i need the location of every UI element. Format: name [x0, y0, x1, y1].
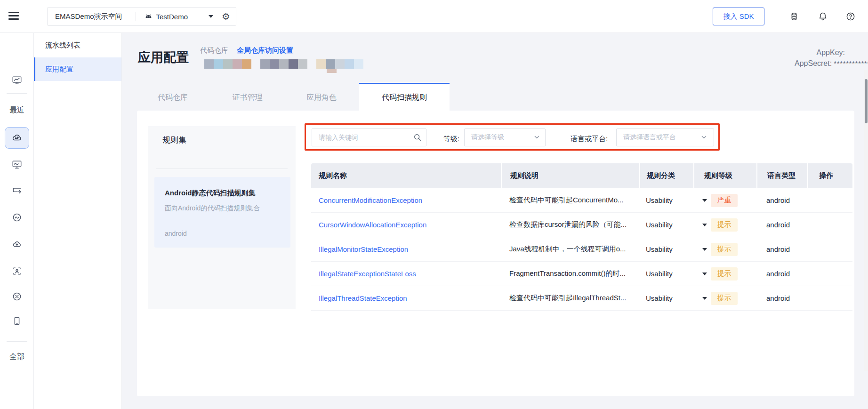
- language-type: android: [756, 245, 807, 253]
- censored-thumbnail: [316, 59, 363, 69]
- notifications-bell-icon[interactable]: [818, 11, 828, 22]
- chevron-down-icon: [534, 132, 539, 136]
- sidebar-item-mobile-devops-active[interactable]: [5, 127, 29, 149]
- level-dropdown-caret[interactable]: [702, 248, 707, 251]
- divider: [156, 168, 288, 169]
- level-badge[interactable]: 提示: [711, 292, 738, 305]
- cloud-upload-icon[interactable]: [12, 239, 22, 249]
- help-icon[interactable]: [845, 11, 856, 22]
- level-badge[interactable]: 提示: [711, 243, 738, 256]
- table-header-row: 规则名称 规则说明 规则分类 规则等级 语言类型 操作: [311, 163, 852, 188]
- table-row: IllegalStateExceptionStateLoss FragmentT…: [311, 262, 852, 286]
- censored-thumbnail: [260, 59, 307, 69]
- divider: [136, 12, 136, 21]
- rule-description: 检查代码中可能引起IllegalThreadSt...: [501, 294, 639, 303]
- table-row: CursorWindowAllocationException 检查数据库cur…: [311, 213, 852, 237]
- col-actions: 操作: [807, 163, 852, 188]
- gear-icon[interactable]: ⚙: [222, 12, 230, 21]
- level-dropdown-caret[interactable]: [702, 273, 707, 275]
- billing-coins-icon[interactable]: [789, 11, 799, 22]
- sidebar-item-app-config[interactable]: 应用配置: [34, 57, 121, 81]
- language-filter-label: 语言或平台:: [571, 135, 608, 144]
- chevron-down-icon[interactable]: [209, 15, 213, 18]
- censored-thumbnail: [204, 59, 251, 69]
- col-language-type: 语言类型: [756, 163, 807, 188]
- rule-name-link[interactable]: IllegalStateExceptionStateLoss: [319, 270, 416, 278]
- pipeline-icon[interactable]: [12, 186, 22, 196]
- rule-description: 检查数据库cursor泄漏的风险（可能...: [501, 220, 639, 229]
- rule-category: Usability: [639, 245, 693, 253]
- ruleset-platform-tag: android: [165, 230, 187, 237]
- rule-category: Usability: [639, 270, 693, 278]
- sdk-access-button[interactable]: 接入 SDK: [713, 8, 764, 25]
- monitor-stats-icon[interactable]: [12, 160, 22, 170]
- col-rule-name: 规则名称: [311, 163, 501, 188]
- tab-app-roles[interactable]: 应用角色: [293, 93, 350, 103]
- level-badge[interactable]: 严重: [711, 194, 738, 207]
- level-badge[interactable]: 提示: [711, 267, 738, 281]
- search-icon[interactable]: [413, 133, 422, 142]
- table-row: IllegalMonitorStateException Java线程机制中，一…: [311, 237, 852, 262]
- rule-name-link[interactable]: ConcurrentModificationException: [319, 196, 422, 204]
- col-rule-category: 规则分类: [639, 163, 693, 188]
- search-input[interactable]: [312, 128, 426, 146]
- workspace-name: EMASDemo演示空间: [55, 12, 122, 21]
- language-select[interactable]: 请选择语言或平台: [616, 128, 714, 146]
- col-rule-desc: 规则说明: [501, 163, 639, 188]
- mobius-circle-icon[interactable]: [12, 212, 22, 223]
- ruleset-name: Android静态代码扫描规则集: [165, 189, 256, 198]
- level-filter-label: 等级:: [443, 135, 459, 144]
- divider: [7, 93, 27, 94]
- vertical-scrollbar: [864, 70, 868, 371]
- rule-name-link[interactable]: IllegalMonitorStateException: [319, 245, 408, 253]
- crumb-code-repo[interactable]: 代码仓库: [200, 46, 228, 55]
- tab-cert-management[interactable]: 证书管理: [219, 93, 276, 103]
- rule-name-link[interactable]: IllegalThreadStateException: [319, 294, 407, 302]
- mobile-phone-icon[interactable]: [12, 316, 22, 326]
- level-badge[interactable]: 提示: [711, 218, 738, 232]
- table-row: IllegalThreadStateException 检查代码中可能引起Ill…: [311, 286, 852, 311]
- recent-label: 最近: [0, 105, 34, 115]
- ruleset-panel: 规则集 Android静态代码扫描规则集 面向Android的代码扫描规则集合 …: [148, 126, 296, 309]
- language-type: android: [756, 221, 807, 229]
- level-select[interactable]: 请选择等级: [464, 128, 546, 146]
- level-dropdown-caret[interactable]: [702, 297, 707, 300]
- main-content-card: 规则集 Android静态代码扫描规则集 面向Android的代码扫描规则集合 …: [137, 111, 854, 396]
- top-bar: EMASDemo演示空间 TestDemo ⚙ 接入 SDK: [0, 0, 868, 33]
- chevron-down-icon: [701, 132, 707, 136]
- scrollbar-thumb[interactable]: [865, 79, 868, 123]
- level-dropdown-caret[interactable]: [702, 199, 707, 202]
- table-row: ConcurrentModificationException 检查代码中可能引…: [311, 188, 852, 213]
- workspace-app-selector[interactable]: EMASDemo演示空间 TestDemo ⚙: [47, 7, 236, 26]
- rule-description: 检查代码中可能引起ConcurrentMo...: [501, 196, 639, 205]
- secondary-sidebar: 流水线列表 应用配置: [34, 33, 122, 409]
- page-title: 应用配置: [138, 49, 189, 66]
- ruleset-description: 面向Android的代码扫描规则集合: [165, 204, 260, 213]
- app-name: TestDemo: [156, 13, 188, 21]
- tab-code-repo[interactable]: 代码仓库: [145, 93, 201, 103]
- level-dropdown-caret[interactable]: [702, 224, 707, 226]
- menu-icon[interactable]: [8, 12, 19, 20]
- language-type: android: [756, 196, 807, 204]
- rule-category: Usability: [639, 294, 693, 302]
- sidebar-item-pipeline-list[interactable]: 流水线列表: [34, 33, 121, 57]
- filter-bar-annotation: 等级: 请选择等级 语言或平台: 请选择语言或平台: [305, 123, 720, 151]
- android-icon: [144, 12, 153, 21]
- tab-code-scan-rules-active[interactable]: 代码扫描规则: [359, 83, 450, 111]
- appsecret-value: AppSecret: ********************: [795, 59, 868, 68]
- rule-description: Java线程机制中，一个线程可调用o...: [501, 245, 639, 254]
- rule-description: FragmentTransaction.commit()的时...: [501, 269, 639, 278]
- rule-category: Usability: [639, 196, 693, 204]
- user-card-icon[interactable]: [12, 266, 22, 276]
- divider: [7, 341, 27, 342]
- x-circle-icon[interactable]: [12, 291, 22, 302]
- ruleset-panel-title: 规则集: [162, 135, 186, 145]
- link-global-repo-access[interactable]: 全局仓库访问设置: [237, 46, 293, 55]
- rule-category: Usability: [639, 221, 693, 229]
- language-type: android: [756, 270, 807, 278]
- all-label: 全部: [0, 352, 34, 362]
- monitor-chart-icon[interactable]: [12, 75, 22, 86]
- ruleset-item-android[interactable]: Android静态代码扫描规则集 面向Android的代码扫描规则集合 andr…: [154, 177, 290, 248]
- language-type: android: [756, 294, 807, 302]
- rule-name-link[interactable]: CursorWindowAllocationException: [319, 221, 426, 229]
